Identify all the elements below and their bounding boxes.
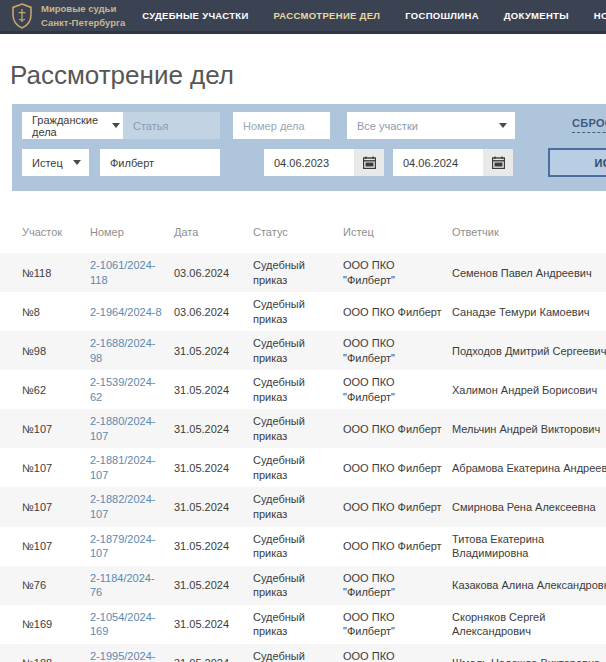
table-row: №107 2-1879/2024-107 31.05.2024 Судебный…	[0, 527, 606, 566]
cell-date: 31.05.2024	[174, 448, 253, 487]
cell-status: Судебный приказ	[253, 644, 343, 662]
reset-filters-link[interactable]: СБРОСИТЬ	[572, 117, 606, 133]
cell-status: Судебный приказ	[253, 566, 343, 605]
cell-date: 31.05.2024	[174, 370, 253, 409]
cell-status: Судебный приказ	[253, 487, 343, 526]
cell-date: 31.05.2024	[174, 487, 253, 526]
table-row: №98 2-1688/2024-98 31.05.2024 Судебный п…	[0, 331, 606, 370]
chevron-down-icon	[499, 123, 507, 128]
cell-plaintiff: ООО ПКО Филберт	[343, 409, 452, 448]
cell-defendant: Скорняков Сергей Александрович	[452, 605, 606, 644]
cell-status: Судебный приказ	[253, 253, 343, 292]
case-type-select[interactable]: Гражданские дела	[22, 112, 128, 139]
nav-item-court-districts[interactable]: СУДЕБНЫЕ УЧАСТКИ	[142, 10, 248, 21]
party-role-select-value: Истец	[32, 157, 63, 169]
cell-status: Судебный приказ	[253, 448, 343, 487]
case-number-input[interactable]	[233, 112, 330, 139]
table-row: №118 2-1061/2024-118 03.06.2024 Судебный…	[0, 253, 606, 292]
shield-emblem-icon	[10, 3, 34, 29]
case-number-link[interactable]: 2-1881/2024-107	[90, 453, 166, 482]
case-number-link[interactable]: 2-1688/2024-98	[90, 336, 166, 365]
table-row: №169 2-1054/2024-169 31.05.2024 Судебный…	[0, 605, 606, 644]
cell-district: №107	[0, 487, 90, 526]
nav-item-documents[interactable]: ДОКУМЕНТЫ	[504, 10, 569, 21]
cell-date: 03.06.2024	[174, 292, 253, 331]
calendar-icon[interactable]	[354, 149, 384, 176]
cell-status: Судебный приказ	[253, 292, 343, 331]
cell-plaintiff: ООО ПКО "Филберт"	[343, 644, 452, 662]
filter-panel: Гражданские дела Все участки СБРОСИТЬ Ис…	[12, 104, 606, 191]
nav-item-state-duty[interactable]: ГОСПОШЛИНА	[405, 10, 479, 21]
page: Мировые судьи Санкт-Петербурга СУДЕБНЫЕ …	[0, 0, 606, 662]
cell-plaintiff: ООО ПКО Филберт	[343, 527, 452, 566]
cell-date: 31.05.2024	[174, 566, 253, 605]
site-logo[interactable]: Мировые судьи Санкт-Петербурга	[10, 2, 125, 29]
cell-defendant: Мельчин Андрей Викторович	[452, 409, 606, 448]
table-row: №62 2-1539/2024-62 31.05.2024 Судебный п…	[0, 370, 606, 409]
cell-date: 31.05.2024	[174, 409, 253, 448]
cell-date: 31.05.2024	[174, 644, 253, 662]
case-number-link[interactable]: 2-1882/2024-107	[90, 492, 166, 521]
district-select[interactable]: Все участки	[347, 112, 515, 139]
cell-district: №98	[0, 331, 90, 370]
cell-defendant: Санадзе Темури Камоевич	[452, 292, 606, 331]
case-number-link[interactable]: 2-1879/2024-107	[90, 532, 166, 561]
cases-table-wrap: УчастокНомерДатаСтатусИстецОтветчик №118…	[0, 217, 606, 662]
cell-defendant: Шмаль Надежда Викторовна	[452, 644, 606, 662]
nav-item-news[interactable]: НОВОСТИ	[594, 10, 606, 21]
case-number-link[interactable]: 2-1539/2024-62	[90, 375, 166, 404]
cell-plaintiff: ООО ПКО "Филберт"	[343, 605, 452, 644]
cell-plaintiff: ООО ПКО Филберт	[343, 487, 452, 526]
party-role-select[interactable]: Истец	[22, 149, 89, 176]
table-row: №188 2-1995/2024-188 31.05.2024 Судебный…	[0, 644, 606, 662]
cell-date: 31.05.2024	[174, 527, 253, 566]
cell-defendant: Подходов Дмитрий Сергеевич	[452, 331, 606, 370]
case-number-link[interactable]: 2-1995/2024-188	[90, 649, 166, 662]
cell-district: №76	[0, 566, 90, 605]
table-header-row: УчастокНомерДатаСтатусИстецОтветчик	[0, 217, 606, 253]
cell-plaintiff: ООО ПКО "Филберт"	[343, 566, 452, 605]
case-number-link[interactable]: 2-1054/2024-169	[90, 610, 166, 639]
party-name-input[interactable]	[100, 149, 220, 176]
case-number-link[interactable]: 2-1061/2024-118	[90, 258, 166, 287]
cell-defendant: Семенов Павел Андреевич	[452, 253, 606, 292]
cell-district: №118	[0, 253, 90, 292]
cell-plaintiff: ООО ПКО "Филберт"	[343, 331, 452, 370]
date-to-input[interactable]	[393, 149, 483, 176]
cell-date: 03.06.2024	[174, 253, 253, 292]
cell-plaintiff: ООО ПКО Филберт	[343, 292, 452, 331]
cell-district: №62	[0, 370, 90, 409]
date-from-input[interactable]	[264, 149, 354, 176]
cell-district: №107	[0, 409, 90, 448]
nav-item-case-review[interactable]: РАССМОТРЕНИЕ ДЕЛ	[274, 10, 381, 21]
table-row: №107 2-1881/2024-107 31.05.2024 Судебный…	[0, 448, 606, 487]
cell-district: №107	[0, 448, 90, 487]
column-header: Дата	[174, 217, 253, 253]
table-row: №8 2-1964/2024-8 03.06.2024 Судебный при…	[0, 292, 606, 331]
calendar-icon[interactable]	[483, 149, 513, 176]
cell-defendant: Халимон Андрей Борисович	[452, 370, 606, 409]
cell-district: №107	[0, 527, 90, 566]
cell-status: Судебный приказ	[253, 409, 343, 448]
table-row: №107 2-1880/2024-107 31.05.2024 Судебный…	[0, 409, 606, 448]
cell-status: Судебный приказ	[253, 605, 343, 644]
table-row: №107 2-1882/2024-107 31.05.2024 Судебный…	[0, 487, 606, 526]
cell-defendant: Смирнова Рена Алексеевна	[452, 487, 606, 526]
cell-status: Судебный приказ	[253, 370, 343, 409]
column-header: Истец	[343, 217, 452, 253]
cell-defendant: Титова Екатерина Владимировна	[452, 527, 606, 566]
case-number-link[interactable]: 2-1184/2024-76	[90, 571, 166, 600]
cell-plaintiff: ООО ПКО "Филберт"	[343, 253, 452, 292]
cell-district: №188	[0, 644, 90, 662]
chevron-down-icon	[112, 123, 120, 128]
cell-date: 31.05.2024	[174, 605, 253, 644]
page-title: Рассмотрение дел	[10, 60, 606, 90]
chevron-down-icon	[73, 160, 81, 165]
main-nav: СУДЕБНЫЕ УЧАСТКИРАССМОТРЕНИЕ ДЕЛГОСПОШЛИ…	[142, 10, 606, 21]
case-number-link[interactable]: 2-1964/2024-8	[90, 305, 162, 320]
case-number-link[interactable]: 2-1880/2024-107	[90, 414, 166, 443]
search-button[interactable]: ИСКАТЬ	[548, 148, 606, 177]
cell-defendant: Казакова Алина Александровна	[452, 566, 606, 605]
district-select-value: Все участки	[357, 120, 418, 132]
cases-table: УчастокНомерДатаСтатусИстецОтветчик №118…	[0, 217, 606, 662]
